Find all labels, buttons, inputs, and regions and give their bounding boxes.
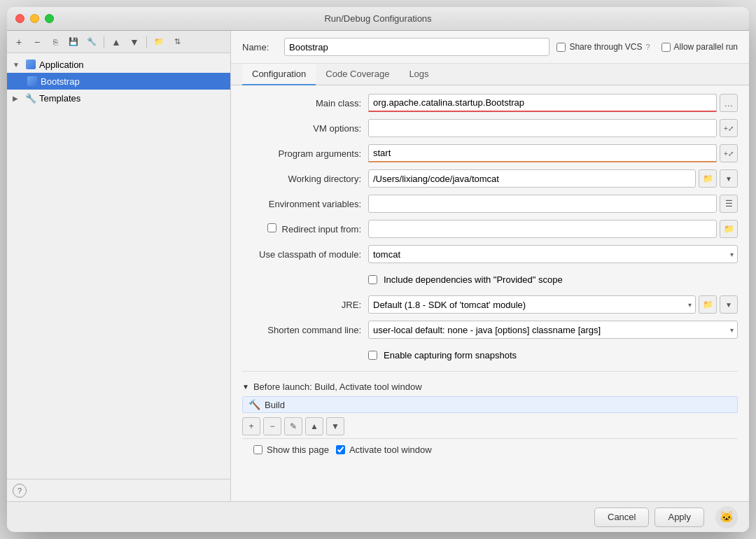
- tree-application[interactable]: ▼ Application: [7, 56, 230, 73]
- ellipsis-icon: …: [724, 98, 734, 108]
- parallel-run-checkbox[interactable]: [662, 43, 671, 52]
- before-launch-edit-button[interactable]: ✎: [284, 417, 302, 435]
- tab-logs[interactable]: Logs: [399, 64, 438, 85]
- templates-label: Templates: [39, 93, 80, 104]
- jre-row: JRE: Default (1.8 - SDK of 'tomcat' modu…: [242, 295, 738, 314]
- before-launch-expand[interactable]: ▼: [242, 383, 249, 391]
- before-launch-add-button[interactable]: +: [242, 417, 260, 435]
- save-button[interactable]: 💾: [66, 34, 81, 50]
- share-vcs-checkbox[interactable]: [556, 43, 566, 52]
- wrench-icon: 🔧: [25, 92, 36, 104]
- classpath-select[interactable]: tomcat: [368, 245, 738, 263]
- env-vars-row: Environment variables: ☰: [242, 195, 738, 213]
- build-item[interactable]: 🔨 Build: [242, 396, 738, 413]
- main-class-input[interactable]: [368, 94, 717, 112]
- tab-code-coverage[interactable]: Code Coverage: [316, 64, 399, 85]
- working-dir-dropdown-button[interactable]: ▼: [720, 169, 738, 188]
- application-icon: [25, 59, 36, 70]
- sort-button[interactable]: ⇅: [169, 34, 185, 50]
- before-launch-up-button[interactable]: ▲: [305, 417, 323, 435]
- close-button[interactable]: [15, 14, 24, 23]
- jre-dropdown-button[interactable]: ▼: [720, 295, 738, 314]
- main-class-row: Main class: …: [242, 94, 738, 112]
- include-deps-wrap: Include dependencies with "Provided" sco…: [368, 274, 738, 285]
- separator: [104, 36, 104, 48]
- minimize-button[interactable]: [30, 14, 39, 23]
- redirect-input[interactable]: [368, 220, 717, 238]
- parallel-run-row: Allow parallel run: [662, 42, 738, 52]
- classpath-row: Use classpath of module: tomcat ▾: [242, 245, 738, 263]
- include-deps-label: Include dependencies with "Provided" sco…: [384, 274, 563, 285]
- working-dir-input[interactable]: [368, 169, 696, 188]
- working-dir-folder-button[interactable]: 📁: [699, 169, 717, 188]
- enable-capturing-label: Enable capturing form snapshots: [384, 350, 517, 360]
- main-class-input-wrap: …: [368, 94, 738, 112]
- apply-button[interactable]: Apply: [654, 507, 704, 527]
- add-button[interactable]: +: [11, 34, 27, 50]
- build-item-label: Build: [265, 400, 285, 410]
- name-right-options: Share through VCS ? Allow parallel run: [556, 42, 738, 52]
- vm-options-input[interactable]: [368, 119, 717, 137]
- help-button[interactable]: ?: [13, 484, 27, 498]
- include-deps-checkbox[interactable]: [368, 275, 377, 284]
- divider: [242, 371, 738, 372]
- share-vcs-label: Share through VCS: [569, 42, 642, 52]
- show-page-checkbox[interactable]: [253, 445, 262, 454]
- share-vcs-help: ?: [645, 43, 650, 51]
- before-launch-down-button[interactable]: ▼: [326, 417, 344, 435]
- program-args-input[interactable]: [368, 144, 717, 162]
- tab-configuration[interactable]: Configuration: [242, 64, 316, 85]
- cancel-button[interactable]: Cancel: [594, 507, 649, 527]
- enable-capturing-row: Enable capturing form snapshots: [242, 346, 738, 364]
- before-launch-remove-button[interactable]: −: [263, 417, 281, 435]
- remove-button[interactable]: −: [29, 34, 45, 50]
- activate-tool-checkbox[interactable]: [336, 445, 345, 454]
- folder-button[interactable]: 📁: [151, 34, 167, 50]
- titlebar-buttons[interactable]: [15, 14, 54, 23]
- program-args-input-wrap: +⤢: [368, 144, 738, 162]
- dialog-footer: Cancel Apply 🐱: [7, 501, 749, 532]
- jre-select[interactable]: Default (1.8 - SDK of 'tomcat' module): [368, 295, 696, 314]
- jre-folder-button[interactable]: 📁: [699, 295, 717, 314]
- program-args-expand-button[interactable]: +⤢: [720, 144, 738, 162]
- redirect-folder-button[interactable]: 📁: [720, 220, 738, 238]
- build-hammer-icon: 🔨: [248, 399, 260, 410]
- enable-capturing-checkbox[interactable]: [368, 351, 377, 360]
- vm-options-expand-button[interactable]: +⤢: [720, 119, 738, 137]
- shorten-label: Shorten command line:: [242, 325, 368, 335]
- settings-button[interactable]: 🔧: [84, 34, 99, 50]
- tabs-bar: Configuration Code Coverage Logs: [231, 64, 749, 85]
- main-class-browse-button[interactable]: …: [720, 94, 738, 112]
- redirect-label: Redirect input from:: [242, 223, 368, 234]
- config-area: Main class: … VM options: +⤢: [231, 85, 749, 501]
- working-dir-row: Working directory: 📁 ▼: [242, 169, 738, 188]
- activate-tool-row: Activate tool window: [336, 444, 432, 455]
- maximize-button[interactable]: [45, 14, 54, 23]
- move-up-button[interactable]: ▲: [108, 34, 124, 50]
- env-vars-edit-button[interactable]: ☰: [720, 195, 738, 213]
- jre-select-wrap: Default (1.8 - SDK of 'tomcat' module) ▾: [368, 295, 696, 314]
- bottom-options-row: Show this page Activate tool window: [242, 438, 738, 461]
- show-page-row: Show this page: [253, 444, 329, 455]
- left-toolbar: + − ⎘ 💾 🔧 ▲ ▼ 📁 ⇅: [7, 31, 230, 53]
- before-launch-toolbar: + − ✎ ▲ ▼: [242, 414, 738, 438]
- tree-templates[interactable]: ▶ 🔧 Templates: [7, 90, 230, 106]
- env-vars-input-wrap: ☰: [368, 195, 738, 213]
- copy-button[interactable]: ⎘: [48, 34, 63, 50]
- name-input[interactable]: [284, 38, 550, 56]
- env-vars-input[interactable]: [368, 195, 717, 213]
- application-label: Application: [39, 59, 84, 70]
- shorten-select[interactable]: user-local default: none - java [options…: [368, 321, 738, 339]
- classpath-label: Use classpath of module:: [242, 249, 368, 260]
- env-vars-label: Environment variables:: [242, 199, 368, 209]
- before-launch-header: ▼ Before launch: Build, Activate tool wi…: [242, 377, 738, 395]
- redirect-row: Redirect input from: 📁: [242, 220, 738, 238]
- before-launch-label: Before launch: Build, Activate tool wind…: [253, 382, 422, 392]
- shorten-row: Shorten command line: user-local default…: [242, 321, 738, 339]
- templates-expand: ▶: [13, 94, 22, 102]
- activate-tool-label: Activate tool window: [349, 444, 432, 455]
- move-down-button[interactable]: ▼: [127, 34, 142, 50]
- tree-bootstrap[interactable]: Bootstrap: [7, 73, 230, 90]
- enable-capturing-wrap: Enable capturing form snapshots: [368, 350, 738, 360]
- redirect-checkbox[interactable]: [267, 223, 276, 232]
